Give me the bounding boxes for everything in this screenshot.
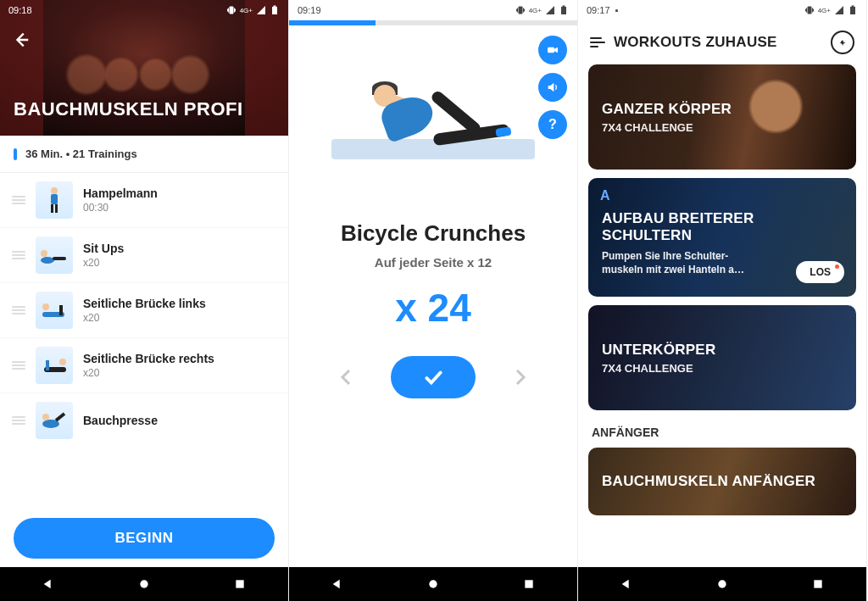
battery-icon [848,5,858,15]
next-button[interactable] [509,365,530,389]
svg-point-22 [429,580,437,587]
status-icons: 4G+ [226,5,280,15]
battery-icon [559,5,569,15]
exercise-item[interactable]: Bauchpresse [0,393,288,448]
exercise-name: Sit Ups [83,242,124,255]
card-go-button[interactable]: LOS [796,261,844,283]
card-title: GANZER KÖRPER [602,101,843,118]
status-bar: 09:18 4G+ [0,0,288,20]
svg-point-6 [41,257,54,264]
vibrate-icon [515,5,526,15]
svg-rect-0 [272,7,277,14]
begin-button-wrap: BEGINN [0,509,288,567]
card-shoulders[interactable]: A AUFBAU BREITERER SCHULTERN Pumpen Sie … [588,178,856,297]
svg-rect-5 [55,204,58,213]
discover-button[interactable] [831,31,854,54]
workout-stats: 36 Min. • 21 Trainings [0,136,288,173]
chevron-left-icon [337,365,357,389]
exercise-meta: Seitliche Brücke rechts x20 [83,352,214,379]
exercise-sub: x20 [83,367,214,379]
card-abs-beginner[interactable]: BAUCHMUSKELN ANFÄNGER [588,448,856,515]
done-button[interactable] [391,356,476,398]
nav-recent-button[interactable] [231,576,248,593]
svg-rect-27 [815,580,822,587]
nav-home-button[interactable] [425,576,442,593]
screen-exercise-active: 09:19 4G+ ? [289,0,578,601]
card-title: UNTERKÖRPER [602,342,843,359]
workout-stats-text: 36 Min. • 21 Trainings [25,147,137,160]
drag-handle-icon[interactable] [12,306,25,314]
svg-rect-8 [53,257,66,260]
exercise-item[interactable]: Seitliche Brücke links x20 [0,283,288,338]
card-lower-body[interactable]: UNTERKÖRPER 7X4 CHALLENGE [588,305,856,410]
exercise-name: Bicycle Crunches [289,220,577,247]
prev-button[interactable] [337,365,357,389]
drag-handle-icon[interactable] [12,361,25,370]
vibrate-icon [804,5,815,15]
exercise-name: Bauchpresse [83,414,158,427]
drag-handle-icon[interactable] [12,251,25,259]
exercise-meta: Sit Ups x20 [83,242,124,269]
exercise-sub: 00:30 [83,202,158,214]
accent-tick-icon [14,148,17,160]
status-icons: 4G+ [515,5,569,15]
exercise-body: ? Bicycle Crunches Auf jeder Seite x 12 … [289,0,577,567]
nav-back-button[interactable] [40,576,57,593]
exercise-thumb [36,402,73,439]
status-time: 09:17 ▪ [587,5,619,15]
page-title: WORKOUTS ZUHAUSE [614,34,831,51]
menu-button[interactable] [590,37,605,47]
exercise-name: Seitliche Brücke links [83,297,206,310]
svg-rect-4 [51,204,53,213]
svg-point-17 [140,580,147,587]
card-title: AUFBAU BREITERER SCHULTERN [602,210,843,244]
network-label: 4G+ [240,7,253,14]
svg-point-26 [718,580,726,587]
home-body: WORKOUTS ZUHAUSE GANZER KÖRPER 7X4 CHALL… [578,0,866,567]
svg-rect-23 [526,580,533,587]
card-full-body[interactable]: GANZER KÖRPER 7X4 CHALLENGE [588,64,856,170]
signal-icon [545,5,555,15]
network-label: 4G+ [529,7,542,14]
workout-hero: BAUCHMUSKELN PROFI [0,0,288,136]
android-nav-bar [0,567,288,601]
exercise-item[interactable]: Sit Ups x20 [0,228,288,283]
svg-point-7 [41,250,47,257]
exercise-item[interactable]: Hampelmann 00:30 [0,173,288,228]
nav-home-button[interactable] [714,576,731,593]
check-icon [422,366,444,388]
nav-recent-button[interactable] [520,576,537,593]
svg-rect-3 [51,194,58,204]
exercise-sub: x20 [83,312,206,324]
drag-handle-icon[interactable] [12,196,25,204]
svg-rect-19 [561,7,566,14]
nav-back-button[interactable] [329,576,346,593]
workout-cards[interactable]: GANZER KÖRPER 7X4 CHALLENGE A AUFBAU BRE… [578,64,866,515]
drag-handle-icon[interactable] [12,416,25,425]
svg-point-10 [42,303,49,310]
exercise-controls [289,356,577,398]
exercise-meta: Hampelmann 00:30 [83,186,158,214]
svg-rect-25 [852,6,854,8]
vibrate-icon [226,5,236,15]
exercise-meta: Bauchpresse [83,414,158,427]
home-header: WORKOUTS ZUHAUSE [578,20,866,64]
begin-button[interactable]: BEGINN [14,518,275,559]
back-button[interactable] [12,31,31,49]
exercise-list[interactable]: Hampelmann 00:30 Sit Ups x20 Seitliche B… [0,173,288,509]
nav-back-button[interactable] [618,576,635,593]
category-label: ANFÄNGER [592,426,853,439]
status-time: 09:18 [8,5,32,15]
exercise-item[interactable]: Seitliche Brücke rechts x20 [0,338,288,393]
svg-point-2 [51,187,58,194]
exercise-illustration [289,25,577,178]
workout-title: BAUCHMUSKELN PROFI [14,98,243,120]
nav-recent-button[interactable] [810,576,826,593]
android-nav-bar [578,567,866,601]
screen-workout-detail: 09:18 4G+ BAUCHMUSKELN PROFI 36 Min. • 2… [0,0,289,601]
exercise-thumb [36,347,73,384]
nav-home-button[interactable] [136,576,153,593]
android-nav-bar [289,567,577,601]
status-time: 09:19 [298,5,321,15]
exercise-name: Seitliche Brücke rechts [83,352,214,365]
